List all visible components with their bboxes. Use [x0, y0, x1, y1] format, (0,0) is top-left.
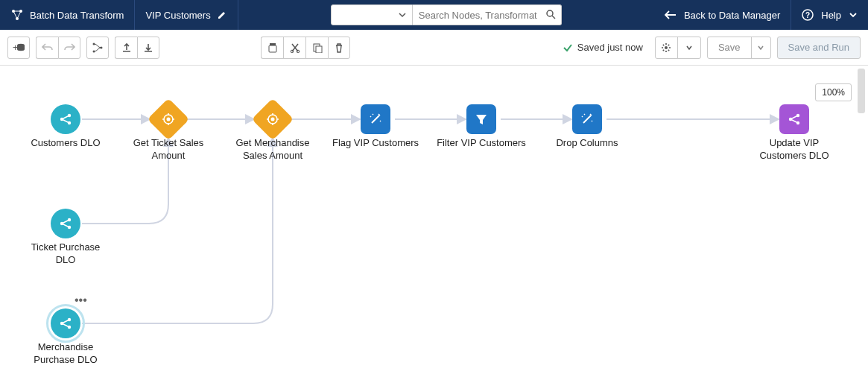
node-label: Update VIP Customers DLO — [750, 137, 839, 162]
settings-split-button[interactable] — [655, 37, 701, 59]
help-label: Help — [821, 10, 841, 21]
node-drop_cols[interactable]: Drop Columns — [542, 104, 632, 150]
save-button[interactable]: Save — [708, 37, 751, 58]
search-filter-value: All — [338, 10, 348, 21]
node-customers_dlo[interactable]: Customers DLO — [21, 104, 110, 150]
search-icon[interactable] — [545, 9, 556, 19]
svg-point-3 — [547, 10, 553, 16]
node-filter_vip[interactable]: Filter VIP Customers — [437, 104, 526, 150]
node-shape[interactable] — [252, 98, 294, 141]
undo-button[interactable] — [36, 37, 58, 59]
svg-text:+: + — [13, 42, 18, 53]
node-shape[interactable] — [466, 104, 496, 134]
node-merch_dlo[interactable]: Merchandise Purchase DLO — [21, 308, 110, 367]
node-label: Ticket Purchase DLO — [21, 241, 110, 267]
node-more-icon[interactable]: ••• — [75, 294, 87, 307]
node-shape[interactable] — [361, 104, 390, 134]
node-label: Merchandise Purchase DLO — [21, 341, 110, 367]
redo-button[interactable] — [58, 37, 80, 59]
svg-rect-12 — [269, 45, 276, 52]
node-label: Filter VIP Customers — [437, 137, 526, 150]
svg-point-17 — [665, 46, 668, 49]
help-icon: ? — [802, 9, 814, 21]
svg-text:?: ? — [805, 11, 810, 19]
paste-button[interactable] — [305, 37, 328, 59]
save-split-button: Save — [707, 37, 771, 59]
svg-point-22 — [167, 118, 171, 121]
pencil-icon[interactable] — [217, 10, 227, 20]
chevron-down-icon — [399, 11, 406, 19]
top-nav-bar: Batch Data Transform VIP Customers All — [0, 0, 868, 30]
cut-button[interactable] — [283, 37, 305, 59]
gear-icon[interactable] — [656, 37, 678, 58]
download-button[interactable] — [137, 37, 159, 59]
node-update_vip_dlo[interactable]: Update VIP Customers DLO — [750, 104, 839, 162]
svg-point-24 — [271, 118, 275, 121]
check-icon — [563, 42, 573, 53]
node-shape[interactable] — [51, 104, 80, 134]
add-data-button[interactable]: + — [7, 37, 30, 59]
node-label: Drop Columns — [556, 137, 618, 150]
back-label: Back to Data Manager — [684, 10, 780, 21]
status-text: Saved just now — [577, 42, 643, 53]
canvas-area: 100% Customers DLOGet Ticket Sales Amoun… — [0, 66, 868, 383]
layout-button[interactable] — [86, 37, 109, 59]
svg-rect-16 — [316, 46, 322, 53]
search-input[interactable] — [413, 4, 562, 25]
node-label: Customers DLO — [31, 137, 100, 150]
upload-button[interactable] — [115, 37, 137, 59]
node-shape[interactable] — [51, 209, 80, 238]
node-shape[interactable] — [779, 104, 809, 134]
save-and-run-button[interactable]: Save and Run — [777, 37, 861, 59]
app-title: Batch Data Transform — [30, 10, 124, 21]
toolbar: + Saved just now Save Save and Run — [0, 30, 868, 66]
node-shape[interactable] — [148, 98, 190, 141]
node-label: Get Merchandise Sales Amount — [228, 137, 317, 162]
node-label: Get Ticket Sales Amount — [124, 137, 213, 162]
save-status: Saved just now — [563, 42, 643, 53]
save-dropdown-button[interactable] — [751, 37, 770, 58]
node-flag_vip[interactable]: Flag VIP Customers — [331, 104, 420, 150]
node-get_merch_sales[interactable]: Get Merchandise Sales Amount — [228, 104, 317, 162]
node-label: Flag VIP Customers — [332, 137, 419, 150]
app-title-segment: Batch Data Transform — [0, 0, 135, 30]
node-get_ticket_sales[interactable]: Get Ticket Sales Amount — [124, 104, 213, 162]
arrow-left-icon — [665, 10, 677, 19]
search-filter-select[interactable]: All — [331, 4, 413, 25]
transform-app-icon — [10, 8, 24, 22]
chevron-down-icon — [849, 10, 858, 19]
chevron-down-icon[interactable] — [678, 37, 700, 58]
help-button[interactable]: ? Help — [791, 0, 868, 30]
recipe-tab[interactable]: VIP Customers — [135, 0, 238, 30]
back-button[interactable]: Back to Data Manager — [654, 0, 791, 30]
node-shape[interactable] — [51, 308, 80, 338]
copy-button[interactable] — [261, 37, 283, 59]
node-shape[interactable] — [572, 104, 602, 134]
node-ticket_dlo[interactable]: Ticket Purchase DLO — [21, 209, 110, 267]
recipe-name: VIP Customers — [145, 10, 210, 21]
search-bar: All — [326, 0, 566, 30]
delete-button[interactable] — [328, 37, 350, 59]
